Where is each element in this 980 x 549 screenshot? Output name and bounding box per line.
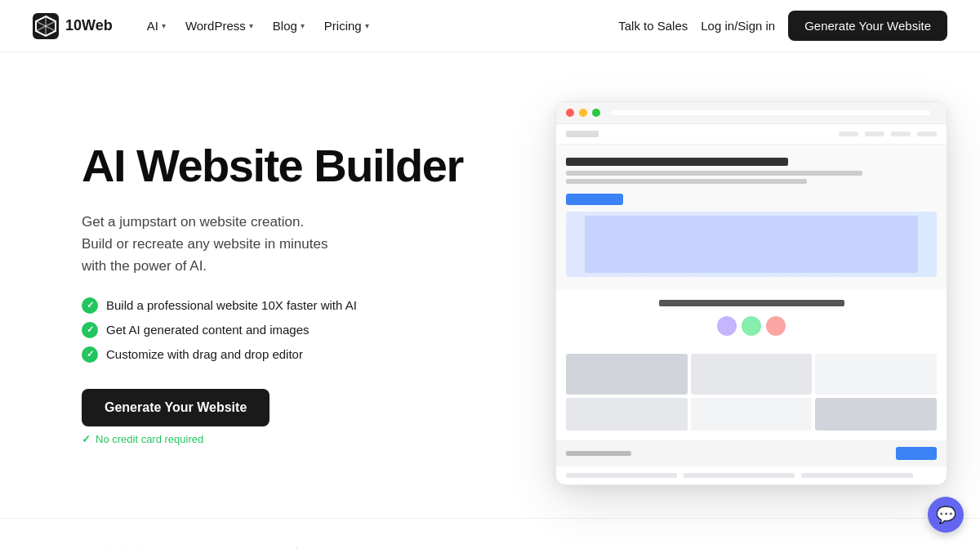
browser-bar	[556, 102, 947, 124]
star-4: ★	[131, 545, 144, 549]
hero-description: Get a jumpstart on website creation. Bui…	[82, 211, 463, 278]
mockup-avatars	[566, 316, 937, 336]
mockup-cta	[566, 194, 623, 205]
mockup-hero-image	[566, 212, 937, 277]
social-proof-section: ★ ★ ★ ★ ★ 1M+ websites created ★ Trustpi…	[0, 518, 980, 549]
logo-icon	[33, 13, 59, 39]
check-icon	[82, 346, 98, 363]
feature-item: Get AI generated content and images	[82, 322, 463, 338]
no-credit-card-label: No credit card required	[82, 433, 203, 445]
browser-url-bar	[612, 110, 930, 115]
navbar: 10Web AI ▾ WordPress ▾ Blog ▾ Pricing ▾ …	[0, 0, 980, 52]
logo-text: 10Web	[65, 17, 113, 34]
mockup-gallery	[556, 354, 947, 440]
nav-left: 10Web AI ▾ WordPress ▾ Blog ▾ Pricing ▾	[33, 13, 377, 39]
hero-image	[555, 101, 947, 485]
star-2: ★	[98, 545, 111, 549]
mockup-header	[556, 124, 947, 145]
nav-link-ai[interactable]: AI ▾	[139, 14, 174, 38]
browser-mockup	[555, 101, 947, 485]
nav-cta-button[interactable]: Generate Your Website	[788, 11, 947, 41]
chat-icon: 💬	[936, 505, 956, 524]
hero-features-list: Build a professional website 10X faster …	[82, 297, 463, 363]
chevron-down-icon: ▾	[301, 21, 305, 30]
mockup-logo-placeholder	[566, 131, 599, 137]
star-5: ★	[147, 545, 160, 549]
hero-content: AI Website Builder Get a jumpstart on we…	[82, 141, 463, 444]
nav-links: AI ▾ WordPress ▾ Blog ▾ Pricing ▾	[139, 14, 377, 38]
star-1: ★	[82, 545, 95, 549]
nav-link-pricing[interactable]: Pricing ▾	[316, 14, 377, 38]
nav-link-blog[interactable]: Blog ▾	[265, 14, 313, 38]
mockup-footer	[556, 440, 947, 466]
floating-chat-button[interactable]: 💬	[928, 497, 964, 533]
stars-wrap: ★ ★ ★ ★ ★ 1M+ websites created	[82, 545, 194, 549]
hero-cta-button[interactable]: Generate Your Website	[82, 389, 270, 426]
star-3: ★	[114, 545, 127, 549]
star-rating: ★ ★ ★ ★ ★	[82, 545, 194, 549]
mockup-bottom-bar	[556, 466, 947, 484]
chevron-down-icon: ▾	[249, 21, 253, 30]
website-mockup	[556, 124, 947, 484]
nav-link-wordpress[interactable]: WordPress ▾	[177, 14, 261, 38]
nav-right: Talk to Sales Log in/Sign in Generate Yo…	[618, 11, 947, 41]
chevron-down-icon: ▾	[162, 21, 166, 30]
chevron-down-icon: ▾	[365, 21, 369, 30]
talk-to-sales-link[interactable]: Talk to Sales	[618, 19, 688, 33]
mockup-testimonials	[556, 290, 947, 354]
mockup-nav-placeholder	[839, 132, 937, 136]
mockup-hero-text	[566, 158, 937, 205]
feature-item: Build a professional website 10X faster …	[82, 297, 463, 314]
hero-title: AI Website Builder	[82, 141, 463, 190]
mockup-hero-section	[556, 145, 947, 290]
hero-cta-wrap: Generate Your Website No credit card req…	[82, 389, 463, 445]
hero-section: AI Website Builder Get a jumpstart on we…	[0, 52, 980, 518]
logo[interactable]: 10Web	[33, 13, 113, 39]
mockup-footer-btn	[896, 447, 937, 460]
login-link[interactable]: Log in/Sign in	[701, 19, 775, 33]
check-icon	[82, 297, 98, 314]
browser-dot-red	[566, 109, 574, 117]
feature-item: Customize with drag and drop editor	[82, 346, 463, 363]
browser-dot-yellow	[579, 109, 587, 117]
check-icon	[82, 322, 98, 338]
browser-dot-green	[592, 109, 600, 117]
